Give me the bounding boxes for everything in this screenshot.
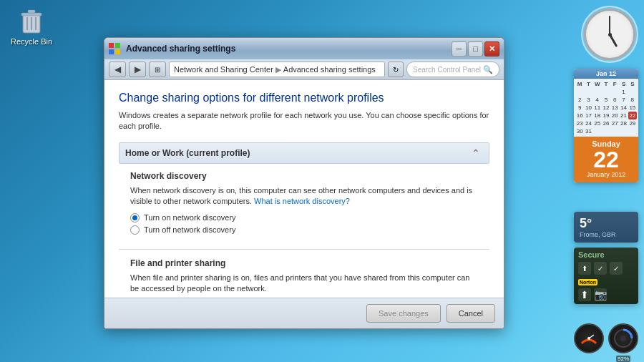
calendar-day[interactable]: 20 (610, 112, 619, 119)
svg-rect-13 (115, 49, 120, 54)
calendar-day[interactable] (602, 127, 610, 135)
calendar-day[interactable]: 21 (619, 112, 628, 119)
calendar-day[interactable]: 11 (593, 104, 602, 112)
recycle-bin-label: Recycle Bin (11, 37, 52, 46)
footer: Save changes Cancel (104, 298, 504, 328)
calendar-day[interactable] (619, 127, 628, 135)
calendar-day[interactable]: 9 (575, 104, 584, 112)
calendar-day[interactable]: 1 (619, 88, 628, 96)
refresh-button[interactable]: ↻ (388, 62, 404, 77)
disk-widget (608, 323, 638, 353)
calendar-day[interactable]: 17 (584, 112, 592, 119)
calendar-day[interactable]: 26 (602, 119, 610, 127)
calendar-day[interactable]: 18 (593, 112, 602, 119)
file-printer-content: File and printer sharing When file and p… (119, 258, 489, 298)
save-changes-button[interactable]: Save changes (366, 304, 441, 323)
calendar-day[interactable]: 29 (628, 119, 637, 127)
calendar-day[interactable]: 8 (628, 96, 637, 104)
calendar-day[interactable]: 7 (619, 96, 628, 104)
svg-rect-10 (109, 43, 114, 48)
maximize-button[interactable]: □ (468, 41, 483, 57)
calendar-day[interactable] (593, 88, 602, 96)
calendar-day[interactable] (593, 127, 602, 135)
svg-rect-1 (21, 13, 42, 16)
profile-section-header: Home or Work (current profile) ⌃ (119, 142, 489, 164)
clock-center (608, 33, 612, 36)
calendar-day[interactable]: 6 (610, 96, 619, 104)
calendar-month-header: Jan 12 (574, 69, 638, 79)
calendar-day[interactable]: 22 (628, 112, 637, 119)
calendar-day[interactable]: 31 (584, 127, 592, 135)
calendar-day[interactable] (628, 127, 637, 135)
search-placeholder: Search Control Panel (413, 66, 481, 74)
nd-off-option[interactable]: Turn off network discovery (130, 225, 478, 235)
nd-link[interactable]: What is network discovery? (254, 197, 350, 205)
calendar-day[interactable]: 10 (584, 104, 592, 112)
network-discovery-content: Network discovery When network discovery… (119, 171, 489, 246)
nd-on-label: Turn on network discovery (144, 213, 236, 222)
calendar-day[interactable]: 23 (575, 119, 584, 127)
fp-title: File and printer sharing (130, 258, 478, 268)
speed-widget (574, 323, 604, 353)
content-area: Change sharing options for different net… (104, 80, 504, 298)
cancel-button[interactable]: Cancel (447, 304, 495, 323)
fp-description: When file and printer sharing is on, fil… (130, 273, 478, 295)
weather-temperature: 5° (580, 216, 633, 231)
nd-on-option[interactable]: Turn on network discovery (130, 213, 478, 222)
calendar-day-number: 22 (575, 148, 637, 171)
calendar-day[interactable] (602, 88, 610, 96)
calendar-widget: Jan 12 M T W T F S S 1234567891011121314… (574, 69, 638, 182)
calendar-day[interactable]: 19 (602, 112, 610, 119)
calendar-day[interactable]: 28 (619, 119, 628, 127)
bottom-widgets: 92% (574, 323, 638, 353)
clock-minute-hand (609, 16, 610, 34)
nd-title: Network discovery (130, 171, 478, 181)
norton-badge: Norton (578, 279, 597, 285)
cal-dow-2: T (584, 80, 592, 88)
calendar-day[interactable]: 25 (593, 119, 602, 127)
calendar-month-year: January 2012 (575, 171, 637, 181)
calendar-day[interactable]: 16 (575, 112, 584, 119)
calendar-day[interactable]: 30 (575, 127, 584, 135)
calendar-day[interactable]: 24 (584, 119, 592, 127)
calendar-day[interactable]: 27 (610, 119, 619, 127)
calendar-day[interactable]: 13 (610, 104, 619, 112)
close-button[interactable]: ✕ (484, 41, 499, 57)
calendar-day[interactable]: 3 (584, 96, 592, 104)
nd-description: When network discovery is on, this compu… (130, 185, 478, 207)
security-widget: Secure ⬆ ✓ ✓ Norton ⬆ 📷 (574, 248, 638, 304)
home-button[interactable]: ⊞ (149, 62, 166, 77)
main-content: Change sharing options for different net… (104, 80, 504, 298)
calendar-day[interactable] (610, 127, 619, 135)
back-button[interactable]: ◀ (109, 62, 126, 77)
security-icon-5: 📷 (594, 288, 607, 301)
calendar-day[interactable] (584, 88, 592, 96)
minimize-button[interactable]: ─ (452, 41, 467, 57)
search-box[interactable]: Search Control Panel 🔍 (406, 62, 499, 77)
calendar-day[interactable]: 12 (602, 104, 610, 112)
cal-dow-1: M (575, 80, 584, 88)
calendar-day[interactable]: 14 (619, 104, 628, 112)
nd-off-radio[interactable] (130, 225, 140, 235)
nd-off-label: Turn off network discovery (144, 225, 235, 234)
security-icon-4: ⬆ (578, 288, 591, 301)
address-breadcrumb: Network and Sharing Center ▶ Advanced sh… (169, 62, 385, 77)
profile-toggle-button[interactable]: ⌃ (469, 146, 483, 160)
calendar-day-display: Sunday 22 January 2012 (574, 137, 638, 182)
calendar-day[interactable]: 15 (628, 104, 637, 112)
calendar-day[interactable]: 5 (602, 96, 610, 104)
weather-location: Frome, GBR (580, 231, 633, 238)
title-bar-buttons: ─ □ ✕ (452, 41, 499, 57)
calendar-day[interactable]: 4 (593, 96, 602, 104)
calendar-day[interactable] (610, 88, 619, 96)
calendar-day[interactable] (575, 88, 584, 96)
forward-button[interactable]: ▶ (129, 62, 146, 77)
windows-icon (109, 43, 120, 54)
calendar-day[interactable]: 2 (575, 96, 584, 104)
security-title: Secure (578, 250, 634, 259)
page-title: Change sharing options for different net… (119, 92, 489, 104)
breadcrumb-1: Network and Sharing Center (174, 65, 273, 74)
disk-percent: 92% (616, 356, 630, 362)
recycle-bin[interactable]: Recycle Bin (10, 6, 53, 46)
nd-on-radio[interactable] (130, 213, 140, 222)
